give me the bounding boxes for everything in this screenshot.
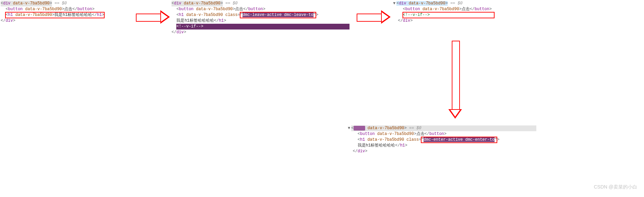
devtools-panel-1: <div data-v-7ba5bd90> == $0 <button data…	[1, 1, 137, 24]
line-div-open: <div data-v-7ba5bd90> == $0	[1, 1, 137, 6]
devtools-panel-4: ▼< data-v-7ba5bd90> == $0 <button data-v…	[348, 125, 538, 154]
line-vif: <!--v-if-->	[391, 12, 533, 18]
line-h1: <h1 data-v-7ba5bd90>我是h1标签哈哈哈哈</h1>	[1, 12, 137, 18]
devtools-panel-2: <div data-v-7ba5bd90> == $0 <button data…	[172, 1, 355, 35]
line-div-close: </div>	[1, 18, 137, 24]
line-h1-open: <h1 data-v-7ba5bd90 class="dmc-enter-act…	[348, 137, 538, 143]
arrow-down-icon	[448, 41, 462, 119]
line-vif: <!--v-if-->	[172, 24, 355, 29]
arrow-right-icon	[357, 10, 391, 24]
arrow-right-icon	[136, 10, 170, 24]
line-h1-text: 我是h1标签哈哈哈哈</h1>	[348, 143, 538, 149]
line-div-close: </div>	[172, 29, 355, 35]
devtools-panel-3: ▼<div data-v-7ba5bd90> == $0 <button dat…	[391, 1, 533, 24]
line-div-open: ▼< data-v-7ba5bd90> == $0	[348, 125, 538, 131]
line-div-open: <div data-v-7ba5bd90> == $0	[172, 1, 355, 6]
line-div-close: </div>	[348, 149, 538, 154]
watermark-text: CSDN @卖菜的小白	[594, 184, 637, 190]
line-button: <button data-v-7ba5bd90>点击</button>	[391, 6, 533, 12]
line-div-close: </div>	[391, 18, 533, 24]
line-h1-open: <h1 data-v-7ba5bd90 class="dmc-leave-act…	[172, 12, 355, 18]
line-button: <button data-v-7ba5bd90>点击</button>	[172, 6, 355, 12]
line-h1-text: 我是h1标签哈哈哈哈</h1>	[172, 18, 355, 24]
line-button: <button data-v-7ba5bd90>点击</button>	[348, 131, 538, 137]
line-div-open: ▼<div data-v-7ba5bd90> == $0	[391, 1, 533, 6]
line-button: <button data-v-7ba5bd90>点击</button>	[1, 6, 137, 12]
